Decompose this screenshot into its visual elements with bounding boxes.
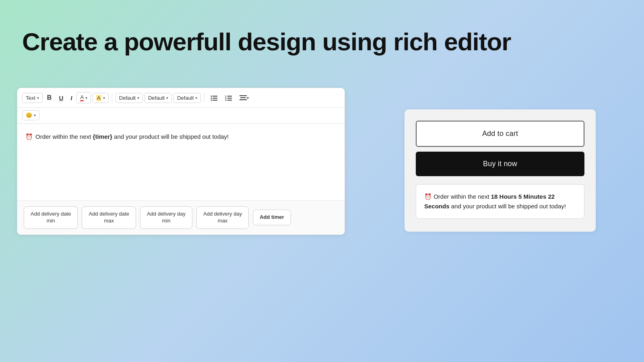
font-size-arrow: ▾	[166, 96, 168, 100]
preview-timer-text-after: and your product will be shipped out tod…	[451, 203, 566, 210]
svg-rect-12	[239, 95, 247, 96]
svg-rect-9	[227, 98, 232, 99]
page-title: Create a powerfull design using rich edi…	[22, 28, 511, 56]
editor-text-content: Order within the next {timer} and your p…	[35, 132, 229, 142]
editor-content-area[interactable]: ⏰ Order within the next {timer} and your…	[17, 124, 345, 200]
toolbar-row2: 😊 ▾	[17, 108, 345, 124]
highlight-arrow: ▾	[103, 96, 105, 100]
font-family-arrow: ▾	[137, 96, 139, 100]
svg-rect-1	[213, 96, 217, 97]
svg-rect-7	[227, 96, 232, 97]
line-height-dropdown[interactable]: Default ▾	[173, 93, 201, 103]
timer-emoji-editor: ⏰	[25, 132, 33, 142]
italic-button[interactable]: I	[68, 93, 75, 103]
underline-button[interactable]: U	[56, 93, 66, 103]
svg-point-2	[211, 98, 212, 99]
align-button[interactable]: ▾	[237, 93, 252, 103]
bottom-buttons-row: Add delivery datemin Add delivery datema…	[17, 200, 345, 234]
svg-rect-5	[213, 100, 217, 101]
svg-point-0	[211, 96, 212, 97]
align-icon	[239, 95, 247, 101]
add-delivery-day-min-button[interactable]: Add delivery daymin	[140, 206, 192, 229]
svg-text:3.: 3.	[225, 99, 227, 101]
preview-timer-text-before: Order within the next	[433, 193, 491, 200]
timer-variable: {timer}	[93, 133, 112, 140]
add-timer-button[interactable]: Add timer	[253, 210, 291, 225]
line-height-arrow: ▾	[195, 96, 197, 100]
preview-timer-box: ⏰ Order within the next 18 Hours 5 Minut…	[416, 184, 584, 219]
svg-rect-14	[239, 99, 247, 100]
ordered-list-button[interactable]: 1. 2. 3.	[222, 93, 235, 103]
text-dropdown[interactable]: Text ▾	[22, 93, 43, 103]
preview-timer-emoji: ⏰	[424, 193, 432, 200]
svg-point-4	[211, 100, 212, 101]
emoji-button[interactable]: 😊 ▾	[22, 110, 39, 120]
editor-panel: Text ▾ B U I A ▾ A ▾ Default ▾ Default ▾…	[17, 88, 345, 235]
font-family-dropdown[interactable]: Default ▾	[116, 93, 143, 103]
add-delivery-date-max-button[interactable]: Add delivery datemax	[82, 206, 136, 229]
font-size-dropdown[interactable]: Default ▾	[144, 93, 172, 103]
unordered-list-icon	[211, 95, 218, 101]
svg-rect-13	[240, 97, 246, 98]
text-dropdown-arrow: ▾	[37, 96, 39, 100]
add-delivery-day-max-button[interactable]: Add delivery daymax	[196, 206, 249, 229]
toolbar-divider-2	[204, 93, 204, 103]
highlight-button[interactable]: A ▾	[93, 93, 109, 103]
font-color-arrow: ▾	[85, 96, 87, 100]
buy-now-button[interactable]: Buy it now	[416, 152, 584, 176]
preview-panel: Add to cart Buy it now ⏰ Order within th…	[405, 109, 596, 232]
add-to-cart-button[interactable]: Add to cart	[416, 121, 584, 147]
bold-button[interactable]: B	[44, 93, 55, 103]
toolbar-row1: Text ▾ B U I A ▾ A ▾ Default ▾ Default ▾…	[17, 88, 345, 108]
add-delivery-date-min-button[interactable]: Add delivery datemin	[24, 206, 78, 229]
font-color-button[interactable]: A ▾	[76, 92, 91, 103]
editor-text-line: ⏰ Order within the next {timer} and your…	[25, 132, 336, 142]
toolbar-divider-1	[112, 93, 112, 103]
ordered-list-icon: 1. 2. 3.	[225, 95, 232, 101]
svg-rect-11	[227, 100, 232, 101]
svg-rect-3	[213, 98, 217, 99]
emoji-arrow: ▾	[34, 113, 36, 117]
unordered-list-button[interactable]	[208, 93, 221, 103]
